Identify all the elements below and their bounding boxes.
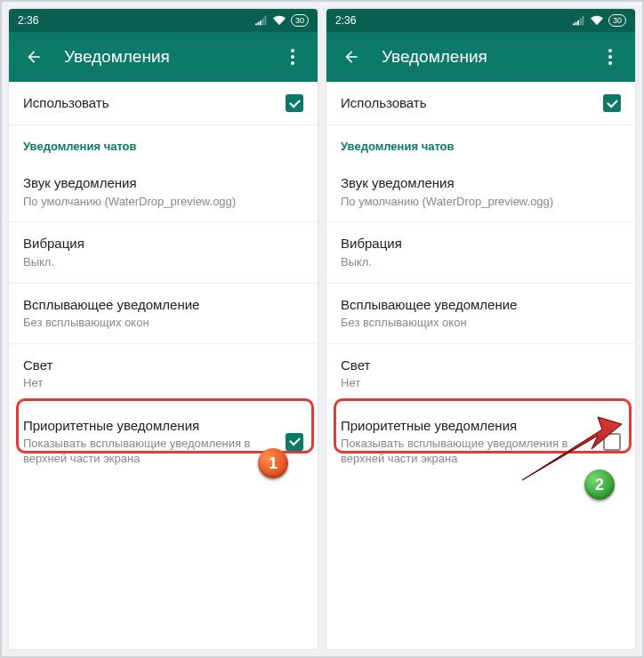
battery-icon: 30 <box>291 14 309 27</box>
vibration-title: Вибрация <box>341 235 621 253</box>
vibration-sub: Выкл. <box>341 255 621 270</box>
back-button[interactable] <box>20 43 48 71</box>
back-button[interactable] <box>337 43 366 71</box>
priority-title: Приоритетные уведомления <box>341 417 603 435</box>
status-time: 2:36 <box>18 14 255 27</box>
more-vert-icon <box>291 49 294 65</box>
section-chat-header: Уведомления чатов <box>9 125 318 162</box>
sound-title: Звук уведомления <box>341 174 621 192</box>
app-bar: Уведомления <box>326 32 635 82</box>
phone-screenshot-2: 2:36 30 Уведомления Использовать Уведомл… <box>326 9 635 649</box>
vibration-title: Вибрация <box>23 235 303 253</box>
status-bar: 2:36 30 <box>326 9 635 32</box>
status-icons: 30 <box>255 14 309 27</box>
light-title: Свет <box>341 357 621 374</box>
light-sub: Нет <box>341 376 621 391</box>
phone-screenshot-1: 2:36 30 Уведомления Использовать Уведомл… <box>9 9 318 649</box>
priority-title: Приоритетные уведомления <box>23 417 286 435</box>
row-popup[interactable]: Всплывающее уведомление Без всплывающих … <box>9 284 318 344</box>
arrow-left-icon <box>342 48 360 66</box>
overflow-menu-button[interactable] <box>596 43 624 71</box>
sound-sub: По умолчанию (WaterDrop_preview.ogg) <box>23 195 303 210</box>
page-title: Уведомления <box>64 47 278 67</box>
signal-icon <box>573 15 585 26</box>
use-label: Использовать <box>23 94 286 112</box>
priority-sub: Показывать всплывающие уведомления в вер… <box>341 437 603 467</box>
popup-sub: Без всплывающих окон <box>341 316 621 331</box>
status-time: 2:36 <box>335 14 573 27</box>
popup-title: Всплывающее уведомление <box>23 296 303 314</box>
row-priority[interactable]: Приоритетные уведомления Показывать вспл… <box>9 405 318 479</box>
signal-icon <box>255 15 268 26</box>
row-vibration[interactable]: Вибрация Выкл. <box>326 222 635 283</box>
popup-title: Всплывающее уведомление <box>341 296 621 314</box>
use-label: Использовать <box>341 94 603 112</box>
section-chat-header: Уведомления чатов <box>326 125 635 162</box>
popup-sub: Без всплывающих окон <box>23 316 303 331</box>
priority-checkbox[interactable] <box>286 433 303 451</box>
overflow-menu-button[interactable] <box>278 43 307 71</box>
row-vibration[interactable]: Вибрация Выкл. <box>9 222 318 283</box>
row-priority[interactable]: Приоритетные уведомления Показывать вспл… <box>326 405 635 479</box>
row-light[interactable]: Свет Нет <box>326 344 635 405</box>
status-bar: 2:36 30 <box>9 9 318 32</box>
arrow-left-icon <box>25 48 43 66</box>
row-sound[interactable]: Звук уведомления По умолчанию (WaterDrop… <box>326 162 635 222</box>
priority-checkbox[interactable] <box>603 433 621 451</box>
wifi-icon <box>591 15 603 26</box>
priority-sub: Показывать всплывающие уведомления в вер… <box>23 437 286 467</box>
light-sub: Нет <box>23 376 303 391</box>
app-bar: Уведомления <box>9 32 318 82</box>
use-checkbox[interactable] <box>603 94 621 112</box>
sound-sub: По умолчанию (WaterDrop_preview.ogg) <box>341 195 621 210</box>
row-use-notifications[interactable]: Использовать <box>9 82 318 125</box>
light-title: Свет <box>23 357 303 374</box>
more-vert-icon <box>608 49 612 65</box>
vibration-sub: Выкл. <box>23 255 303 270</box>
use-checkbox[interactable] <box>286 94 303 112</box>
row-light[interactable]: Свет Нет <box>9 344 318 405</box>
battery-icon: 30 <box>608 14 626 27</box>
row-use-notifications[interactable]: Использовать <box>326 82 635 125</box>
wifi-icon <box>273 15 286 26</box>
sound-title: Звук уведомления <box>23 174 303 192</box>
row-popup[interactable]: Всплывающее уведомление Без всплывающих … <box>326 284 635 344</box>
status-icons: 30 <box>573 14 626 27</box>
page-title: Уведомления <box>382 47 596 67</box>
row-sound[interactable]: Звук уведомления По умолчанию (WaterDrop… <box>9 162 318 222</box>
